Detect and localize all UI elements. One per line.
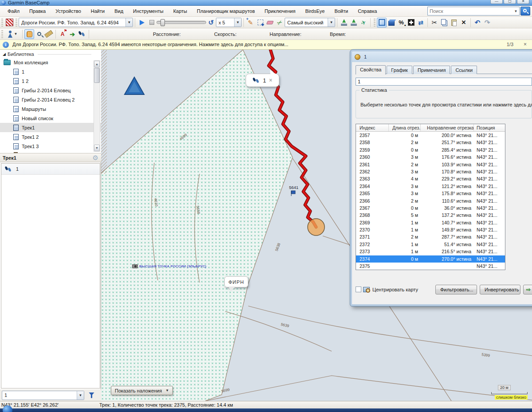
- table-row[interactable]: 23582 м251.7° истинаN43° 21...: [356, 139, 505, 146]
- receive-from-device-button[interactable]: [349, 18, 359, 27]
- scroll-thumb[interactable]: [94, 68, 100, 83]
- menu-item[interactable]: Планировщик маршрутов: [192, 6, 260, 17]
- map-2d-button[interactable]: [377, 18, 387, 27]
- callout-close-icon[interactable]: ×: [269, 77, 272, 83]
- tree-item[interactable]: 1: [0, 67, 101, 76]
- table-row[interactable]: 23670 м36.0° истинаN43° 21...: [356, 204, 505, 212]
- table-row[interactable]: 23662 м110.6° истинаN43° 21...: [356, 197, 505, 204]
- table-row[interactable]: 23623 м170.8° истинаN43° 21...: [356, 168, 505, 175]
- search-dropdown-arrow[interactable]: ▼: [512, 9, 519, 13]
- menu-item[interactable]: Правка: [24, 6, 51, 17]
- paste-button[interactable]: [449, 18, 459, 27]
- show-overlays-button[interactable]: Показать наложения ▼: [111, 386, 173, 395]
- tree-item[interactable]: Трек1 2: [0, 132, 101, 141]
- adventure-button[interactable]: ✈: [359, 18, 368, 27]
- table-row[interactable]: 2375N43° 21...: [356, 263, 505, 270]
- tree-item[interactable]: 1 2: [0, 76, 101, 86]
- detail-level-combo[interactable]: Самый высокий ▼: [285, 18, 335, 27]
- selected-point-marker[interactable]: [308, 219, 325, 235]
- table-row[interactable]: 23653 м175.8° истинаN43° 21...: [356, 190, 505, 197]
- tree-item[interactable]: Грибы 2-2014 Еловец 2: [0, 95, 101, 104]
- delete-button[interactable]: ✕: [459, 18, 469, 27]
- table-row[interactable]: 23712 м287.7° истинаN43° 21...: [356, 233, 505, 240]
- invert-button[interactable]: Инвертировать: [480, 285, 520, 294]
- select-points-button[interactable]: [255, 18, 265, 27]
- geotagged-photo-marker[interactable]: ВЫСШАЯ ТОЧКА РОССИИ (ЭЛЬБРУС): [132, 264, 206, 268]
- slider-thumb[interactable]: [160, 19, 165, 26]
- menu-item[interactable]: Справка: [353, 6, 382, 17]
- close-button[interactable]: ✕: [517, 0, 529, 4]
- reset-playback-button[interactable]: ↺: [206, 18, 216, 27]
- tree-item[interactable]: Грибы 2-2014 Еловец: [0, 86, 101, 95]
- search-field[interactable]: ▼: [427, 7, 520, 16]
- send-to-device-button[interactable]: [339, 18, 349, 27]
- tab-notes[interactable]: Примечания: [413, 66, 450, 74]
- track-name-field[interactable]: 1: [356, 78, 532, 86]
- segment-table-header[interactable]: Индекс Длина отрез... Направление отрезк…: [356, 124, 505, 132]
- menu-item[interactable]: Вид: [110, 6, 128, 17]
- title-bar[interactable]: Garmin BaseCamp — ▢ ✕: [0, 0, 532, 6]
- create-route-button[interactable]: ⇨ Со: [523, 285, 532, 294]
- speed-combo[interactable]: x 5 ▼: [216, 18, 242, 27]
- minimize-button[interactable]: —: [490, 0, 503, 4]
- menu-item[interactable]: Инструменты: [128, 6, 168, 17]
- tab-links[interactable]: Ссылки: [451, 66, 477, 74]
- zoom-tool[interactable]: [34, 29, 44, 39]
- measure-tool[interactable]: [44, 29, 54, 39]
- center-map-checkbox[interactable]: [356, 286, 361, 292]
- collection-root[interactable]: Моя коллекция: [0, 58, 101, 67]
- table-row[interactable]: 23691 м140.7° истинаN43° 21...: [356, 219, 505, 226]
- play-button[interactable]: [137, 18, 147, 27]
- table-row[interactable]: 23612 м103.9° истинаN43° 21...: [356, 161, 505, 168]
- copy-button[interactable]: [439, 18, 449, 27]
- table-row[interactable]: 23634 м229.2° истинаN43° 21...: [356, 175, 505, 182]
- menu-item[interactable]: Файл: [3, 6, 24, 17]
- column-position[interactable]: Позиция: [474, 124, 503, 131]
- menu-item[interactable]: Войти: [329, 6, 353, 17]
- table-row[interactable]: 23731 м216.5° истинаN43° 21...: [356, 248, 505, 255]
- map-legend-button[interactable]: [4, 18, 14, 27]
- pan-tool[interactable]: [24, 29, 34, 39]
- fullscreen-button[interactable]: [406, 18, 416, 27]
- stop-button[interactable]: [147, 18, 156, 27]
- track-point-dialog[interactable]: 1 Свойства График Примечания Ссылки 1 Ст…: [350, 50, 532, 306]
- track-tool[interactable]: [77, 29, 87, 39]
- map-3d-button[interactable]: [387, 18, 396, 27]
- start-orb-icon[interactable]: [3, 405, 12, 412]
- list-filter-combo[interactable]: 1 ▼: [2, 391, 84, 400]
- gear-icon[interactable]: ⚙: [93, 154, 98, 162]
- column-length[interactable]: Длина отрез...: [389, 124, 421, 131]
- elevation-mode-button[interactable]: %: [396, 18, 406, 27]
- edit-point-button[interactable]: ✎: [246, 18, 255, 27]
- waypoint-tool[interactable]: A: [58, 29, 67, 39]
- table-row[interactable]: 23570 м200.0° истинаN43° 21...: [356, 132, 505, 139]
- tree-scrollbar[interactable]: ▲ ▼: [94, 60, 100, 152]
- table-row[interactable]: 23740 м270.0° истинаN43° 21...: [356, 255, 505, 263]
- notification-message[interactable]: Для Дороги России. РФ. Топо. Запад. 6.24…: [12, 42, 288, 47]
- table-row[interactable]: 23643 м121.2° истинаN43° 21...: [356, 183, 505, 190]
- scroll-down-icon[interactable]: ▼: [94, 145, 100, 151]
- firn-callout[interactable]: ФИРН: [224, 276, 248, 287]
- tab-graph[interactable]: График: [387, 66, 412, 74]
- tree-item[interactable]: Новый список: [0, 114, 101, 123]
- dialog-title-bar[interactable]: 1: [352, 51, 532, 62]
- tree-item[interactable]: Трек1 3: [0, 141, 101, 151]
- menu-item[interactable]: Найти: [86, 6, 110, 17]
- track-flag-callout[interactable]: 1 ×: [246, 74, 279, 87]
- maximize-button[interactable]: ▢: [504, 0, 516, 4]
- table-row[interactable]: 23721 м51.4° истинаN43° 21...: [356, 241, 505, 248]
- scroll-up-icon[interactable]: ▲: [94, 61, 100, 67]
- notification-close-icon[interactable]: ×: [524, 41, 527, 47]
- divide-track-button[interactable]: ✂: [275, 18, 285, 27]
- search-button[interactable]: [520, 7, 530, 16]
- switch-view-button[interactable]: ⇄: [416, 18, 426, 27]
- table-row[interactable]: 23701 м149.8° истинаN43° 21...: [356, 226, 505, 233]
- filter-funnel-icon[interactable]: [89, 392, 94, 398]
- tab-properties[interactable]: Свойства: [356, 65, 386, 75]
- table-row[interactable]: 23590 м285.4° истинаN43° 21...: [356, 146, 505, 153]
- column-heading[interactable]: Направление отрезка: [421, 124, 474, 131]
- filter-button[interactable]: Фильтровать...: [435, 285, 477, 294]
- collapse-triangle-icon[interactable]: ◢: [3, 52, 6, 56]
- menu-item[interactable]: Карты: [168, 6, 192, 17]
- undo-button[interactable]: ↶: [473, 18, 482, 27]
